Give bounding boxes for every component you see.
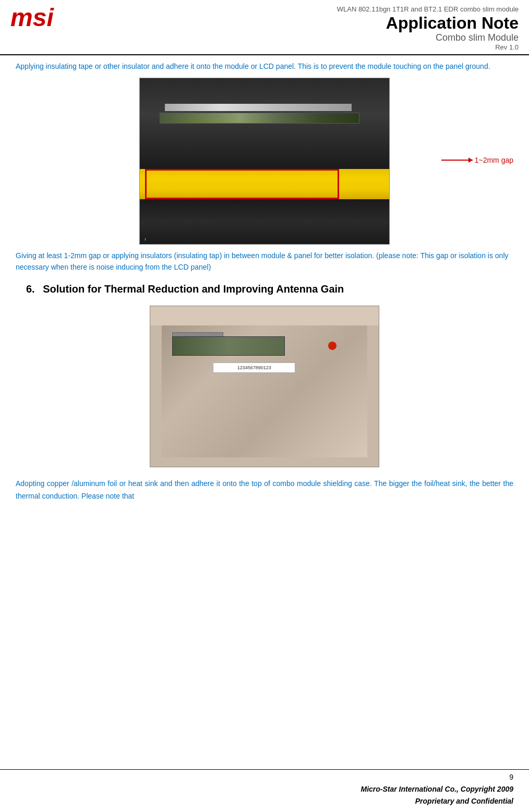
page-footer: 9 Micro-Star International Co., Copyrigh… [0,769,529,812]
copyright-line1: Micro-Star International Co., Copyright … [16,783,513,795]
image-silver-tape [165,104,352,111]
image-red-outline [145,169,340,199]
gap-annotation: 1~2mm gap [441,156,513,164]
image-pcb-strip [160,113,359,124]
page-header: msi WLAN 802.11bgn 1T1R and BT2.1 EDR co… [0,0,529,55]
image-container-1: , 1~2mm gap [16,78,513,245]
section-6-heading: 6. Solution for Thermal Reduction and Im… [16,283,513,295]
gap-line [441,160,473,161]
page-number: 9 [16,773,513,781]
document-title: Application Note [125,14,519,32]
image-dark-bottom [140,199,389,244]
image-container-2: 1234567890123 [16,306,513,467]
company-logo: msi [10,5,125,30]
image2-red-dot [328,342,336,350]
footer-copyright: Micro-Star International Co., Copyright … [16,783,513,807]
insulating-tape-image: , [139,78,390,245]
image2-inner: 1234567890123 [162,325,367,457]
thermal-image: 1234567890123 [150,306,379,467]
caption-paragraph: Giving at least 1-2mm gap or applying in… [16,250,513,273]
header-right: WLAN 802.11bgn 1T1R and BT2.1 EDR combo … [125,5,519,51]
image-dark-top [140,78,389,169]
adopting-paragraph: Adopting copper /aluminum foil or heat s… [16,478,513,503]
image2-top-bar [150,306,379,325]
section-number: 6. [26,283,35,295]
document-combo: Combo slim Module [125,32,519,43]
intro-paragraph: Applying insulating tape or other insula… [16,60,513,72]
document-subtitle: WLAN 802.11bgn 1T1R and BT2.1 EDR combo … [125,5,519,13]
document-rev: Rev 1.0 [125,43,519,51]
image2-pcb [172,336,285,356]
logo-area: msi [10,5,125,30]
image-yellow-tape [140,169,389,199]
copyright-line2: Proprietary and Confidential [16,795,513,807]
gap-label: 1~2mm gap [475,156,513,164]
image-comma: , [144,231,147,242]
image2-barcode-label: 1234567890123 [213,362,295,373]
section-title: Solution for Thermal Reduction and Impro… [43,283,344,295]
main-content: Applying insulating tape or other insula… [0,55,529,513]
